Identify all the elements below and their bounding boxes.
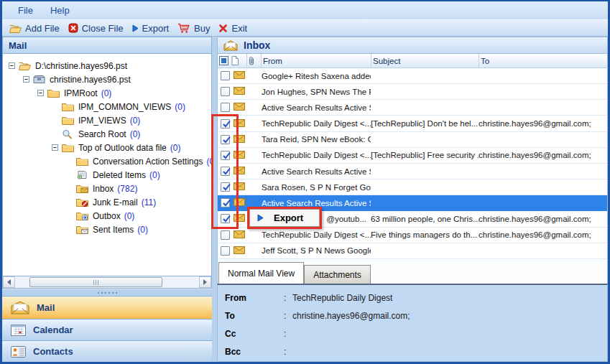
scrollbar-thumb[interactable] [29,277,162,287]
column-header-to[interactable]: To [479,54,607,67]
row-checkbox[interactable] [221,119,230,129]
row-to: christine.hayes96@gmail.com; [479,151,607,159]
column-header-subject[interactable]: Subject [371,54,479,67]
item-type-header[interactable] [230,54,247,67]
tree-item-ipmroot[interactable]: IPMRoot (0) [3,86,211,100]
nav-mail-button[interactable]: Mail [2,296,212,319]
nav-button-label: Mail [37,302,55,313]
tree-item-ipm-views[interactable]: IPM_VIEWS (0) [3,113,211,127]
row-checkbox[interactable] [221,214,230,223]
tree-expander[interactable] [23,76,33,83]
tree-item-deleted-items[interactable]: Deleted Items (0) [3,168,211,182]
row-checkbox[interactable] [221,198,230,207]
exit-button[interactable]: Exit [216,22,253,35]
open-envelope-icon [223,40,238,51]
row-subject: Forget Google AdWords: Pa... [333,183,371,192]
row-from: Jon Hughes, SPN News The Rise & Fall of … [262,88,371,96]
context-menu-export[interactable]: Export [249,209,320,227]
contacts-nav-icon [11,346,26,358]
row-to: christine.hayes96@gmail.com; [479,230,607,239]
row-checkbox[interactable] [221,167,230,176]
tree-item-sent-items[interactable]: Sent Items (0) [3,223,211,236]
export-button[interactable]: Export [129,22,175,35]
tab-normal-mail-view[interactable]: Normal Mail View [218,262,304,284]
inbox-panel-header: Inbox [217,37,608,54]
tree-item-christine-hayes96-pst[interactable]: christine.hayes96.pst [3,73,211,86]
splitter-dot [108,292,110,294]
row-from: Active Search Results Active Search Resu… [262,103,371,112]
row-checkbox[interactable] [221,151,230,160]
add-file-button[interactable]: Add File [6,22,65,35]
deleted-items-icon [76,170,88,179]
mail-row[interactable]: TechRepublic Daily Digest <... Five thin… [218,228,607,243]
nav-contacts-button[interactable]: Contacts [2,340,212,362]
mail-row[interactable]: Google+ Ritesh Saxena added you o... chr… [218,68,607,84]
mail-row[interactable]: TechRepublic Daily Digest <... [TechRepu… [218,148,607,164]
tree-item-junk-e-mail[interactable]: Junk E-mail (11) [3,195,211,209]
row-checkbox[interactable] [221,103,230,112]
menu-help[interactable]: Help [42,3,78,18]
paperclip-icon [249,56,255,66]
close-file-icon [68,23,78,33]
search-icon [62,129,73,139]
inbox-panel: Inbox From Subject To Google+ [217,37,608,362]
tab-attachments[interactable]: Attachments [304,265,371,284]
mail-row[interactable]: Jeff Scott, S P N News Google's Essentia… [218,243,607,259]
tree-expander[interactable] [9,62,19,69]
mail-row[interactable]: Active Search Results Active Search Resu… [218,164,607,179]
row-checkbox[interactable] [221,87,230,96]
open-folder-icon [19,61,31,70]
row-from: Active Search Results Active Search Resu… [262,167,371,176]
toolbar-button-label: Export [142,23,170,34]
row-checkbox[interactable] [221,182,230,192]
scrollbar-track[interactable] [15,276,199,288]
row-checkbox[interactable] [221,71,230,80]
tree-item-outbox[interactable]: Outbox (0) [3,209,211,223]
tree-item-label: Search Root [78,129,126,139]
preview-field-colon: : [284,329,292,339]
mail-row[interactable]: Tara Reid, SPN New eBook: Generate Leads… [218,132,607,148]
tree-expander[interactable] [37,90,47,96]
scroll-left-button[interactable] [3,276,15,288]
tree-item-conversation-action-settings[interactable]: Conversation Action Settings (0) [3,154,211,168]
menu-file[interactable]: File [9,3,42,18]
tree-item-search-root[interactable]: Search Root (0) [3,127,211,141]
tree-item-top-of-outlook-data-file[interactable]: Top of Outlook data file (0) [3,141,211,154]
tree-item-count: (0) [101,88,112,98]
mail-panel: Mail D:\christine.hayes96.pst christine.… [2,37,212,362]
envelope-icon [234,198,245,206]
preview-tabs: Normal Mail ViewAttachments [217,259,608,284]
row-subject: Active Search Results (ASR) S... [344,103,371,112]
tree-item-inbox[interactable]: Inbox (782) [3,182,211,195]
panel-splitter[interactable] [2,289,212,296]
envelope-icon [234,214,245,222]
folder-icon [62,102,74,111]
row-checkbox[interactable] [221,135,230,144]
mail-row[interactable]: Active Search Results Active Search Resu… [218,100,607,116]
mail-row[interactable]: Jon Hughes, SPN News The Rise & Fall of … [218,84,607,100]
buy-button[interactable]: Buy [175,22,216,35]
app-window: FileHelp Add FileClose FileExportBuyExit… [0,0,610,364]
envelope-icon [234,151,245,159]
tree-item-label: Top of Outlook data file [78,143,167,153]
tree-expander[interactable] [52,144,62,151]
tree-item-count: (0) [137,225,148,235]
row-checkbox[interactable] [221,230,230,240]
folder-icon [76,157,88,166]
scroll-right-button[interactable] [199,276,211,288]
close-file-button[interactable]: Close File [65,22,129,35]
preview-field-value: christine.hayes96@gmail.com; [292,311,607,321]
nav-calendar-button[interactable]: Calendar [2,319,212,340]
folder-icon [62,143,74,152]
attachment-header[interactable] [247,54,262,67]
mail-row[interactable]: TechRepublic Daily Digest <... [TechRepu… [218,116,607,131]
tree-horizontal-scrollbar[interactable] [2,276,212,289]
tree-item-ipm-common-views[interactable]: IPM_COMMON_VIEWS (0) [3,100,211,113]
row-checkbox[interactable] [221,246,230,256]
select-all-header[interactable] [218,54,230,67]
tree-item-d-christine-hayes96-pst[interactable]: D:\christine.hayes96.pst [3,59,211,73]
envelope-icon [234,246,245,254]
envelope-icon [234,71,245,79]
mail-row[interactable]: Sara Rosen, S P N Forget Google AdWords:… [218,179,607,195]
column-header-from[interactable]: From [262,54,371,67]
